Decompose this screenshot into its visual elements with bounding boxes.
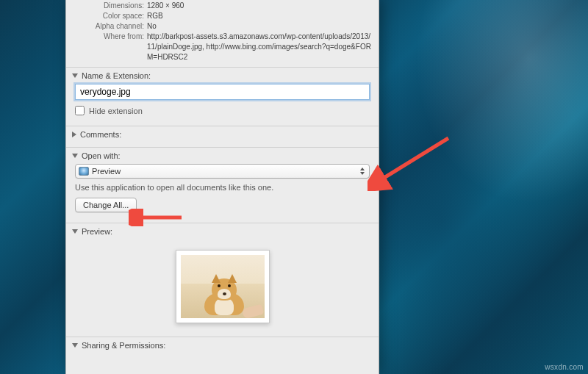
section-comments-header[interactable]: Comments: (66, 126, 379, 143)
preview-app-icon (79, 167, 89, 176)
open-with-select[interactable]: Preview (75, 164, 370, 179)
open-with-helper-text: Use this application to open all documen… (75, 183, 370, 192)
section-comments-label: Comments: (80, 130, 121, 139)
open-with-selected-value: Preview (92, 167, 121, 176)
section-preview-header[interactable]: Preview: (66, 223, 379, 240)
disclosure-triangle-icon (72, 73, 78, 78)
watermark: wsxdn.com (545, 363, 584, 371)
colorspace-label: Color space: (66, 11, 147, 21)
filename-input[interactable] (75, 84, 370, 100)
svg-line-0 (379, 138, 448, 181)
disclosure-triangle-icon (72, 343, 78, 348)
dimensions-row: Dimensions: 1280 × 960 (66, 1, 379, 11)
annotation-arrow (368, 132, 456, 191)
section-open-with-label: Open with: (82, 151, 121, 160)
desktop-background: Dimensions: 1280 × 960 Color space: RGB … (0, 0, 588, 374)
metadata-block: Dimensions: 1280 × 960 Color space: RGB … (66, 0, 379, 62)
alpha-row: Alpha channel: No (66, 21, 379, 32)
chevron-updown-icon (360, 168, 365, 175)
section-open-with-header[interactable]: Open with: (66, 148, 379, 164)
section-name-extension-header[interactable]: Name & Extension: (66, 68, 379, 84)
doge-image (181, 255, 265, 318)
hide-extension-label: Hide extension (89, 107, 143, 115)
colorspace-row: Color space: RGB (66, 11, 379, 21)
alpha-label: Alpha channel: (66, 21, 147, 32)
section-preview-label: Preview: (82, 227, 112, 236)
section-preview-body (66, 240, 379, 332)
section-name-extension-label: Name & Extension: (82, 71, 151, 80)
dimensions-label: Dimensions: (66, 1, 147, 11)
disclosure-triangle-icon (72, 154, 78, 158)
wherefrom-label: Where from: (66, 32, 147, 62)
colorspace-value: RGB (147, 11, 379, 21)
alpha-value: No (147, 21, 379, 32)
disclosure-triangle-icon (72, 229, 78, 234)
dimensions-value: 1280 × 960 (147, 1, 379, 11)
wherefrom-value: http://barkpost-assets.s3.amazonaws.com/… (147, 32, 379, 62)
section-open-with-body: Preview Use this application to open all… (66, 164, 379, 218)
section-sharing-label: Sharing & Permissions: (82, 341, 165, 350)
hide-extension-row[interactable]: Hide extension (75, 106, 370, 115)
get-info-window: Dimensions: 1280 × 960 Color space: RGB … (65, 0, 379, 374)
preview-thumbnail (176, 250, 270, 323)
change-all-button[interactable]: Change All... (75, 198, 137, 212)
disclosure-triangle-icon (72, 132, 76, 137)
wherefrom-row: Where from: http://barkpost-assets.s3.am… (66, 32, 379, 62)
section-sharing-header[interactable]: Sharing & Permissions: (66, 337, 379, 353)
section-name-extension-body: Hide extension (66, 84, 379, 121)
hide-extension-checkbox[interactable] (75, 106, 85, 115)
